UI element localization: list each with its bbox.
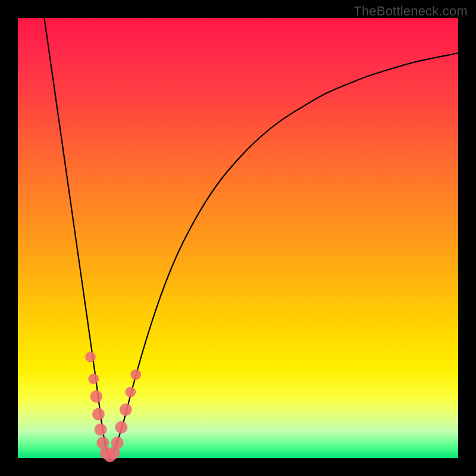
chart-svg [18, 18, 458, 458]
curve-marker [88, 374, 99, 384]
curve-markers [85, 352, 141, 462]
curve-marker [115, 421, 128, 434]
bottleneck-curve [44, 18, 458, 456]
curve-marker [120, 403, 132, 416]
curve-marker [92, 408, 105, 421]
curve-marker [95, 424, 107, 436]
curve-marker [130, 369, 141, 380]
curve-marker [111, 437, 124, 449]
plot-area [18, 18, 458, 458]
watermark-text: TheBottleneck.com [353, 4, 468, 19]
curve-marker [126, 387, 136, 397]
chart-frame: TheBottleneck.com [0, 0, 476, 476]
curve-marker [85, 352, 96, 362]
curve-marker [90, 390, 102, 403]
